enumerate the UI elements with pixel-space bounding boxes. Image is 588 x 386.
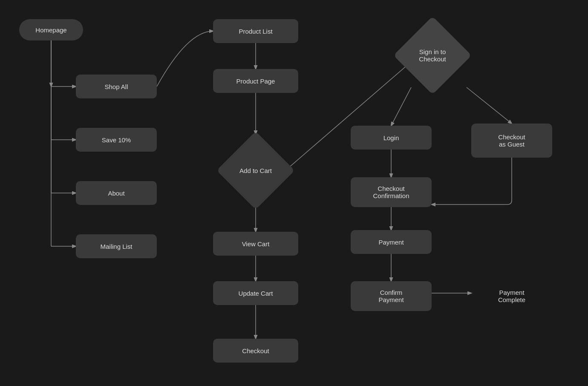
checkout-confirmation-label: Checkout Confirmation (373, 185, 409, 199)
node-checkout: Checkout (213, 339, 298, 363)
confirm-payment-label: Confirm Payment (378, 289, 404, 303)
homepage-label: Homepage (35, 26, 66, 34)
save-10-label: Save 10% (102, 136, 131, 144)
product-page-label: Product Page (236, 78, 275, 85)
node-save-10: Save 10% (76, 128, 157, 152)
shop-all-label: Shop All (104, 83, 128, 90)
add-to-cart-diamond-bg (216, 131, 295, 210)
login-label: Login (383, 134, 399, 141)
node-update-cart: Update Cart (213, 281, 298, 305)
node-mailing-list: Mailing List (76, 234, 157, 258)
node-product-page: Product Page (213, 69, 298, 93)
node-about: About (76, 181, 157, 205)
node-checkout-confirmation: Checkout Confirmation (351, 177, 432, 207)
update-cart-label: Update Cart (239, 290, 273, 297)
node-checkout-as-guest: Checkout as Guest (471, 124, 552, 158)
checkout-as-guest-label: Checkout as Guest (498, 133, 525, 148)
node-add-to-cart: Add to Cart (213, 134, 298, 207)
diagram: Homepage Shop All Save 10% About Mailing… (0, 0, 588, 386)
mailing-list-label: Mailing List (100, 243, 132, 250)
product-list-label: Product List (239, 28, 272, 35)
payment-complete-label: Payment Complete (498, 289, 525, 303)
node-shop-all: Shop All (76, 75, 157, 98)
sign-in-diamond-bg (393, 16, 472, 95)
node-payment: Payment (351, 230, 432, 254)
node-confirm-payment: Confirm Payment (351, 281, 432, 311)
checkout-label: Checkout (242, 347, 269, 354)
payment-label: Payment (378, 239, 404, 246)
view-cart-label: View Cart (242, 240, 270, 248)
node-homepage: Homepage (19, 19, 83, 40)
about-label: About (108, 190, 124, 197)
node-view-cart: View Cart (213, 232, 298, 256)
node-product-list: Product List (213, 19, 298, 43)
node-sign-in: Sign in to Checkout (396, 19, 469, 92)
node-login: Login (351, 126, 432, 150)
node-payment-complete: Payment Complete (471, 281, 552, 311)
